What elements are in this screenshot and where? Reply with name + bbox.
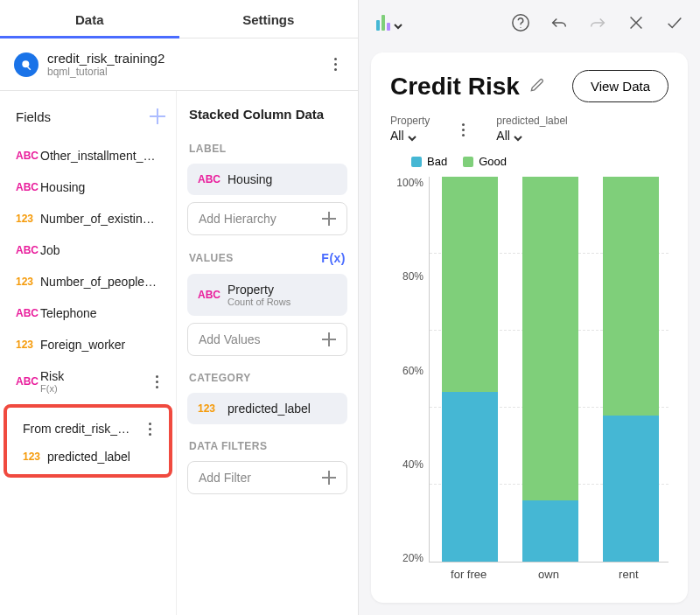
- chart-bar[interactable]: [510, 177, 591, 562]
- field-row[interactable]: 123Foreign_worker: [0, 329, 176, 360]
- chart-title: Credit Risk: [390, 73, 520, 101]
- filter-label-predicted: predicted_label: [496, 115, 567, 127]
- legend-swatch: [411, 157, 422, 167]
- legend-label: Bad: [427, 155, 447, 168]
- chart-filter-row: Property All predicted_label All: [390, 115, 668, 143]
- abc-type-icon: ABC: [16, 244, 40, 256]
- field-row[interactable]: 123 predicted_label: [7, 441, 169, 472]
- group-header-text: From credit_risk_…: [23, 422, 130, 436]
- 123-type-icon: 123: [198, 402, 228, 415]
- chart-type-dropdown[interactable]: [371, 11, 408, 34]
- chart-area: 100%80%60%40%20% for freeownrent: [390, 177, 668, 582]
- chart-bar[interactable]: [430, 177, 510, 562]
- filter-label-property: Property: [390, 115, 430, 127]
- group-menu-button[interactable]: [139, 423, 160, 436]
- config-header: Stacked Column Data: [177, 91, 358, 130]
- plus-icon: [322, 471, 336, 485]
- chart-plot: [429, 177, 668, 563]
- bar-segment-good: [442, 177, 499, 392]
- field-row[interactable]: 123Number_of_existin…: [0, 203, 176, 234]
- field-group-header[interactable]: From credit_risk_…: [7, 411, 169, 441]
- field-row[interactable]: ABCRiskF(x): [0, 360, 176, 402]
- fields-header: Fields: [16, 109, 51, 124]
- 123-type-icon: 123: [16, 276, 40, 288]
- bar-segment-bad: [603, 416, 660, 562]
- chart-card: Credit Risk View Data Property All predi…: [371, 52, 688, 603]
- field-sub: F(x): [40, 383, 64, 394]
- view-data-button[interactable]: View Data: [572, 70, 668, 102]
- x-tick-label: own: [508, 563, 588, 582]
- field-name: Foreign_worker: [40, 338, 125, 352]
- config-panel: Data Settings credit_risk_training2 bqml…: [0, 0, 359, 615]
- 123-type-icon: 123: [16, 339, 40, 351]
- legend-swatch: [463, 157, 473, 167]
- field-row[interactable]: ABCHousing: [0, 171, 176, 203]
- confirm-icon[interactable]: [662, 10, 688, 36]
- bar-segment-bad: [522, 500, 579, 562]
- joined-source-highlight: From credit_risk_… 123 predicted_label: [4, 404, 172, 478]
- field-name: Telephone: [40, 306, 97, 320]
- add-hierarchy-button[interactable]: Add Hierarchy: [187, 202, 347, 235]
- 123-type-icon: 123: [23, 451, 47, 463]
- field-row[interactable]: ABCTelephone: [0, 297, 176, 329]
- legend-item[interactable]: Bad: [411, 155, 447, 168]
- stacked-bar-icon: [376, 15, 390, 31]
- svg-rect-1: [27, 66, 31, 70]
- bar-segment-good: [522, 177, 579, 500]
- help-icon[interactable]: [508, 10, 534, 36]
- bar-segment-good: [603, 177, 660, 416]
- field-menu-button[interactable]: [146, 375, 167, 388]
- chart-bar[interactable]: [591, 177, 671, 562]
- field-row[interactable]: ABCJob: [0, 234, 176, 266]
- values-chip-text: Property: [228, 283, 290, 297]
- add-field-button[interactable]: [148, 107, 167, 126]
- fx-button[interactable]: F(x): [321, 251, 346, 265]
- filter-dropdown-property[interactable]: All: [390, 129, 430, 143]
- abc-type-icon: ABC: [16, 375, 40, 388]
- field-name: Other_installment_…: [40, 149, 156, 163]
- chart-x-axis: for freeownrent: [429, 563, 668, 582]
- field-name: Risk: [40, 369, 64, 383]
- plus-icon: [322, 212, 336, 226]
- data-source-row[interactable]: credit_risk_training2 bqml_tutorial: [0, 38, 358, 91]
- field-name: Number_of_people…: [40, 275, 157, 289]
- label-chip-housing[interactable]: ABC Housing: [187, 164, 347, 195]
- legend-item[interactable]: Good: [463, 155, 507, 168]
- edit-title-icon[interactable]: [528, 76, 546, 97]
- source-menu-button[interactable]: [325, 58, 346, 71]
- y-tick-label: 60%: [402, 365, 424, 377]
- preview-topbar: [359, 0, 700, 45]
- y-tick-label: 100%: [396, 177, 424, 189]
- tab-data[interactable]: Data: [0, 0, 179, 38]
- field-name: Housing: [40, 180, 85, 194]
- values-chip-sub: Count of Rows: [228, 297, 290, 307]
- field-list: ABCOther_installment_…ABCHousing123Numbe…: [0, 135, 176, 615]
- filter-dropdown-predicted[interactable]: All: [496, 129, 567, 143]
- chart-y-axis: 100%80%60%40%20%: [390, 177, 429, 582]
- abc-type-icon: ABC: [16, 307, 40, 319]
- x-tick-label: rent: [589, 563, 668, 582]
- chart-legend: BadGood: [390, 155, 668, 168]
- values-chip-property[interactable]: ABC Property Count of Rows: [187, 274, 347, 316]
- bar-segment-bad: [442, 392, 499, 562]
- undo-icon[interactable]: [546, 10, 572, 36]
- field-row[interactable]: ABCOther_installment_…: [0, 140, 176, 171]
- add-values-button[interactable]: Add Values: [187, 323, 347, 356]
- label-chip-text: Housing: [228, 172, 272, 186]
- bigquery-icon: [14, 52, 38, 77]
- values-section-header: VALUES: [189, 252, 234, 264]
- field-name: Job: [40, 243, 60, 257]
- 123-type-icon: 123: [16, 213, 40, 225]
- preview-panel: Credit Risk View Data Property All predi…: [359, 0, 700, 615]
- abc-type-icon: ABC: [198, 289, 228, 301]
- filter-menu-button[interactable]: [452, 115, 473, 136]
- tab-settings[interactable]: Settings: [179, 0, 359, 38]
- close-icon[interactable]: [623, 10, 649, 36]
- y-tick-label: 40%: [402, 458, 424, 471]
- category-chip-predicted-label[interactable]: 123 predicted_label: [187, 393, 347, 424]
- field-row[interactable]: 123Number_of_people…: [0, 266, 176, 297]
- add-filter-button[interactable]: Add Filter: [187, 461, 347, 494]
- panel-tabs: Data Settings: [0, 0, 358, 38]
- category-section-header: CATEGORY: [177, 360, 358, 389]
- abc-type-icon: ABC: [16, 150, 40, 162]
